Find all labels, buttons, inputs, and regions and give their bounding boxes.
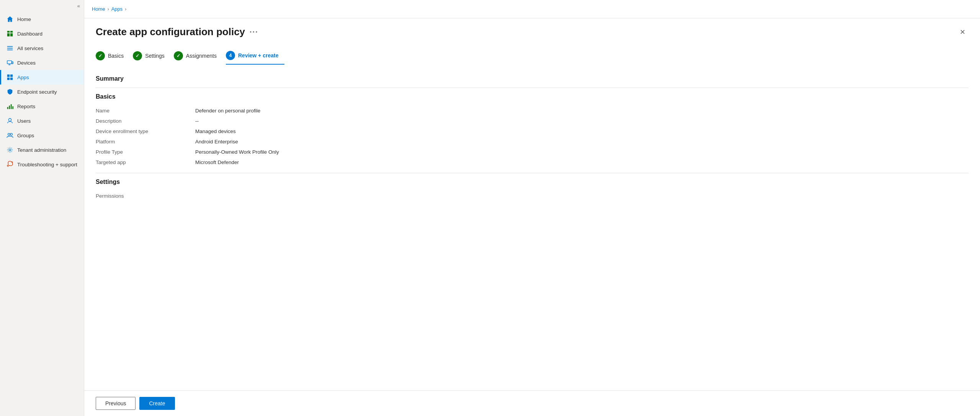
settings-row-key-0: Permissions: [96, 193, 195, 199]
step-label-settings: Settings: [145, 53, 165, 59]
sidebar-label-dashboard: Dashboard: [17, 31, 42, 37]
step-circle-basics: ✓: [96, 51, 105, 60]
breadcrumb: Home › Apps ›: [92, 6, 126, 12]
devices-icon: [7, 59, 13, 66]
sidebar-item-reports[interactable]: Reports: [0, 99, 84, 114]
table-row: Permissions: [96, 191, 969, 201]
svg-rect-13: [10, 78, 13, 80]
sidebar-item-devices[interactable]: Devices: [0, 55, 84, 70]
svg-rect-12: [7, 78, 10, 80]
page-header: Create app configuration policy ··· ✕: [96, 26, 969, 38]
row-key-1: Description: [96, 118, 195, 124]
troubleshooting-icon: [7, 161, 13, 168]
all-services-icon: [7, 45, 13, 52]
step-circle-review-create: 4: [226, 51, 235, 60]
wizard-steps: ✓Basics✓Settings✓Assignments4Review + cr…: [96, 47, 969, 65]
sidebar-collapse-button[interactable]: «: [0, 0, 84, 12]
sidebar-label-apps: Apps: [17, 75, 29, 80]
sidebar-label-devices: Devices: [17, 60, 36, 66]
breadcrumb-apps[interactable]: Apps: [111, 6, 123, 12]
sidebar-label-reports: Reports: [17, 104, 35, 109]
main-content: Home › Apps › Create app configuration p…: [84, 0, 980, 416]
svg-point-20: [10, 133, 12, 135]
row-value-2: Managed devices: [195, 128, 236, 134]
home-icon: [7, 16, 13, 23]
breadcrumb-home[interactable]: Home: [92, 6, 105, 12]
sidebar: « HomeDashboardAll servicesDevicesAppsEn…: [0, 0, 84, 416]
step-basics[interactable]: ✓Basics: [96, 47, 130, 64]
table-row: Targeted appMicrosoft Defender: [96, 157, 969, 167]
row-key-0: Name: [96, 108, 195, 114]
svg-rect-4: [7, 46, 13, 47]
svg-rect-15: [9, 106, 10, 109]
row-value-4: Personally-Owned Work Profile Only: [195, 149, 279, 155]
table-row: Device enrollment typeManaged devices: [96, 126, 969, 136]
users-icon: [7, 117, 13, 124]
summary-divider-top: [96, 88, 969, 88]
create-button[interactable]: Create: [139, 397, 175, 410]
table-row: Description--: [96, 116, 969, 126]
svg-rect-0: [7, 31, 10, 33]
svg-rect-11: [10, 75, 13, 77]
step-assignments[interactable]: ✓Assignments: [174, 47, 223, 64]
sidebar-item-endpoint-security[interactable]: Endpoint security: [0, 84, 84, 99]
page-content-area: Create app configuration policy ··· ✕ ✓B…: [84, 18, 980, 416]
sidebar-label-home: Home: [17, 16, 31, 22]
basics-title: Basics: [96, 93, 969, 100]
step-label-review-create: Review + create: [238, 52, 278, 58]
svg-point-19: [8, 133, 10, 135]
sidebar-item-groups[interactable]: Groups: [0, 128, 84, 143]
settings-title: Settings: [96, 179, 969, 185]
sidebar-label-tenant-admin: Tenant administration: [17, 147, 66, 153]
step-settings[interactable]: ✓Settings: [133, 47, 171, 64]
sidebar-item-dashboard[interactable]: Dashboard: [0, 26, 84, 41]
svg-point-18: [8, 119, 11, 121]
summary-divider-mid: [96, 173, 969, 173]
step-circle-settings: ✓: [133, 51, 142, 60]
collapse-icon: «: [77, 3, 80, 9]
svg-rect-6: [7, 50, 13, 50]
row-key-5: Targeted app: [96, 159, 195, 165]
endpoint-security-icon: [7, 88, 13, 95]
close-button[interactable]: ✕: [957, 26, 969, 38]
svg-rect-2: [7, 33, 10, 36]
summary-section: Summary Basics NameDefender on personal …: [96, 75, 969, 201]
step-label-assignments: Assignments: [186, 53, 217, 59]
settings-rows: Permissions: [96, 191, 969, 201]
breadcrumb-sep-1: ›: [108, 6, 109, 12]
sidebar-label-troubleshooting: Troubleshooting + support: [17, 162, 77, 167]
sidebar-label-all-services: All services: [17, 46, 43, 51]
previous-button[interactable]: Previous: [96, 397, 136, 410]
sidebar-item-users[interactable]: Users: [0, 114, 84, 128]
step-circle-assignments: ✓: [174, 51, 183, 60]
sidebar-label-endpoint-security: Endpoint security: [17, 89, 57, 95]
summary-title: Summary: [96, 75, 969, 82]
step-label-basics: Basics: [108, 53, 124, 59]
sidebar-item-apps[interactable]: Apps: [0, 70, 84, 84]
svg-rect-10: [7, 75, 10, 77]
page-more-options[interactable]: ···: [250, 28, 258, 36]
groups-icon: [7, 132, 13, 139]
svg-rect-8: [12, 62, 13, 63]
page-title: Create app configuration policy ···: [96, 26, 258, 38]
sidebar-item-all-services[interactable]: All services: [0, 41, 84, 55]
row-value-1: --: [195, 118, 199, 124]
svg-rect-1: [10, 31, 13, 33]
svg-rect-9: [8, 65, 10, 65]
row-value-5: Microsoft Defender: [195, 159, 239, 165]
breadcrumb-sep-2: ›: [125, 6, 126, 12]
table-row: Profile TypePersonally-Owned Work Profil…: [96, 147, 969, 157]
tenant-admin-icon: [7, 146, 13, 153]
sidebar-label-groups: Groups: [17, 133, 34, 138]
bottom-bar: Previous Create: [84, 390, 980, 416]
sidebar-item-home[interactable]: Home: [0, 12, 84, 26]
sidebar-item-troubleshooting[interactable]: Troubleshooting + support: [0, 157, 84, 172]
row-value-3: Android Enterprise: [195, 139, 238, 145]
svg-rect-14: [7, 107, 8, 109]
svg-rect-3: [10, 33, 13, 36]
svg-rect-5: [7, 48, 13, 49]
step-review-create[interactable]: 4Review + create: [226, 47, 284, 65]
dashboard-icon: [7, 30, 13, 37]
sidebar-item-tenant-admin[interactable]: Tenant administration: [0, 143, 84, 157]
page-title-text: Create app configuration policy: [96, 26, 245, 38]
